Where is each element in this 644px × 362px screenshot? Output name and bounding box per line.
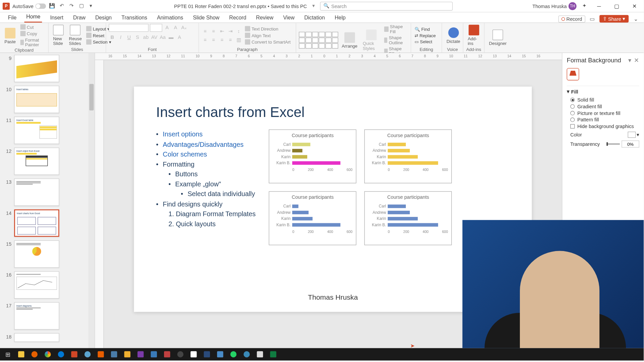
thumbnail-17[interactable]: Insert diagrams xyxy=(14,302,59,330)
gradient-fill-radio[interactable]: Gradient fill xyxy=(570,104,639,109)
paste-button[interactable]: Paste xyxy=(3,27,17,45)
autosave-toggle[interactable]: AutoSave xyxy=(12,3,46,9)
excel-icon[interactable] xyxy=(267,349,279,360)
find-button[interactable]: 🔍Find xyxy=(414,26,437,32)
align-left-button[interactable]: ≡ xyxy=(202,36,209,43)
firefox-icon[interactable] xyxy=(28,349,41,360)
shape-fill-button[interactable]: Shape Fill xyxy=(383,24,408,35)
justify-button[interactable]: ≡ xyxy=(227,36,234,43)
tab-dictation[interactable]: Dictation xyxy=(303,14,327,22)
font-color-button[interactable]: A xyxy=(176,34,183,41)
pattern-fill-radio[interactable]: Pattern fill xyxy=(570,117,639,122)
tab-file[interactable]: File xyxy=(6,14,18,22)
tab-help[interactable]: Help xyxy=(333,14,347,22)
transparency-slider[interactable] xyxy=(606,143,620,144)
thumbnail-16[interactable] xyxy=(14,271,59,299)
indent-dec-button[interactable]: ⇤ xyxy=(218,27,225,35)
chart[interactable]: Course participantsCarlAndrewKarinKarin … xyxy=(269,191,357,245)
fill-section-header[interactable]: ▾Fill xyxy=(567,89,639,95)
thumbnail-18[interactable] xyxy=(14,333,59,342)
thumbnail-12[interactable]: Insert object from Excel xyxy=(14,147,59,175)
align-text-button[interactable]: Align Text xyxy=(244,32,291,38)
taskbar-app-icon[interactable] xyxy=(254,349,266,360)
format-painter-button[interactable]: Format Painter xyxy=(19,37,45,48)
save-icon[interactable]: 💾 xyxy=(49,2,56,9)
reuse-slides-button[interactable]: Reuse Slides xyxy=(67,24,84,47)
align-center-button[interactable]: ≡ xyxy=(210,36,217,43)
thumbnail-9[interactable] xyxy=(14,55,59,82)
decrease-font-icon[interactable]: A xyxy=(172,24,179,31)
convert-smartart-button[interactable]: Convert to SmartArt xyxy=(244,39,291,45)
strike-button[interactable]: S xyxy=(134,34,141,41)
thumbnail-15[interactable] xyxy=(14,240,59,268)
taskbar-app-icon[interactable] xyxy=(187,349,200,360)
slide-content-list[interactable]: Insert options Advantages/Disadvantages … xyxy=(156,129,256,245)
tab-design[interactable]: Design xyxy=(94,14,114,22)
search-input[interactable]: 🔍 Search xyxy=(320,2,453,10)
chrome-icon[interactable] xyxy=(42,349,54,360)
text-direction-button[interactable]: Text Direction xyxy=(244,25,291,32)
whatsapp-icon[interactable] xyxy=(227,349,239,360)
file-explorer-icon[interactable] xyxy=(15,349,28,360)
vlc-icon[interactable] xyxy=(95,349,107,360)
hide-bg-checkbox[interactable]: Hide background graphics xyxy=(570,124,639,129)
increase-font-icon[interactable]: A xyxy=(164,24,171,31)
cut-button[interactable]: Cut xyxy=(19,24,45,30)
italic-button[interactable]: I xyxy=(117,34,124,41)
taskbar-app-icon[interactable] xyxy=(174,349,186,360)
close-button[interactable]: ✕ xyxy=(628,0,641,12)
taskbar-app-icon[interactable] xyxy=(148,349,160,360)
collapse-ribbon-icon[interactable]: ⌄ xyxy=(632,15,639,22)
thumbnail-13[interactable] xyxy=(14,178,59,206)
underline-button[interactable]: U xyxy=(125,34,132,41)
pane-close-icon[interactable]: ✕ xyxy=(634,57,639,64)
spacing-button[interactable]: AV xyxy=(151,34,158,41)
slide-thumbnails-panel[interactable]: 9 10Insert tables 11Insert Excel table 1… xyxy=(0,53,95,353)
tab-animations[interactable]: Animations xyxy=(155,14,185,22)
font-family-input[interactable] xyxy=(109,24,149,32)
transparency-input[interactable] xyxy=(622,140,639,147)
start-from-beginning-icon[interactable]: ▢ xyxy=(78,2,85,9)
fill-tab-icon[interactable] xyxy=(567,68,579,80)
dictate-button[interactable]: Dictate xyxy=(445,26,462,44)
taskbar-app-icon[interactable] xyxy=(108,349,120,360)
picture-fill-radio[interactable]: Picture or texture fill xyxy=(570,111,639,116)
replace-button[interactable]: ⇄Replace xyxy=(414,33,437,38)
thumbnail-scrollbar[interactable] xyxy=(89,53,95,353)
powerpoint-icon[interactable] xyxy=(68,349,80,360)
arrange-button[interactable]: Arrange xyxy=(340,31,359,49)
thumbnail-11[interactable]: Insert Excel table xyxy=(14,117,59,144)
thumbnail-10[interactable]: Insert tables xyxy=(14,86,59,113)
numbering-button[interactable]: ≡ xyxy=(210,27,217,35)
tab-transitions[interactable]: Transitions xyxy=(120,14,149,22)
title-dropdown-icon[interactable]: ▾ xyxy=(312,3,315,9)
columns-button[interactable]: ▥ xyxy=(235,36,242,43)
chart[interactable]: Course participantsCarlAndrewKarinKarin … xyxy=(364,191,452,245)
qat-more-icon[interactable]: ▾ xyxy=(88,2,95,9)
solid-fill-radio[interactable]: Solid fill xyxy=(570,97,639,103)
taskbar-app-icon[interactable] xyxy=(161,349,173,360)
tab-view[interactable]: View xyxy=(281,14,297,22)
bold-button[interactable]: B xyxy=(109,34,116,41)
shapes-gallery[interactable] xyxy=(299,32,338,49)
redo-icon[interactable]: ↷ xyxy=(68,2,75,9)
start-button[interactable]: ⊞ xyxy=(2,349,14,360)
present-icon[interactable]: ▭ xyxy=(589,15,596,22)
case-button[interactable]: Aa xyxy=(159,34,166,41)
tab-home[interactable]: Home xyxy=(24,13,42,22)
align-right-button[interactable]: ≡ xyxy=(218,36,225,43)
undo-icon[interactable]: ↶ xyxy=(58,2,65,9)
maximize-button[interactable]: ▢ xyxy=(610,0,624,12)
bullets-button[interactable]: ≡ xyxy=(202,27,209,35)
indent-inc-button[interactable]: ⇥ xyxy=(227,27,234,35)
copy-button[interactable]: Copy xyxy=(19,31,45,37)
coming-soon-icon[interactable]: ✦ xyxy=(581,2,588,9)
chart[interactable]: Course participantsCarlAndrewKarinKarin … xyxy=(269,129,357,183)
addins-button[interactable]: Add-ins xyxy=(466,24,481,47)
line-spacing-button[interactable]: ↕ xyxy=(235,27,242,35)
chart-grid[interactable]: Course participantsCarlAndrewKarinKarin … xyxy=(269,129,452,245)
highlight-button[interactable]: ▬ xyxy=(168,34,175,41)
record-button[interactable]: Record xyxy=(558,15,585,22)
color-picker-button[interactable]: ▾ xyxy=(628,132,639,138)
tab-record[interactable]: Record xyxy=(227,14,248,22)
